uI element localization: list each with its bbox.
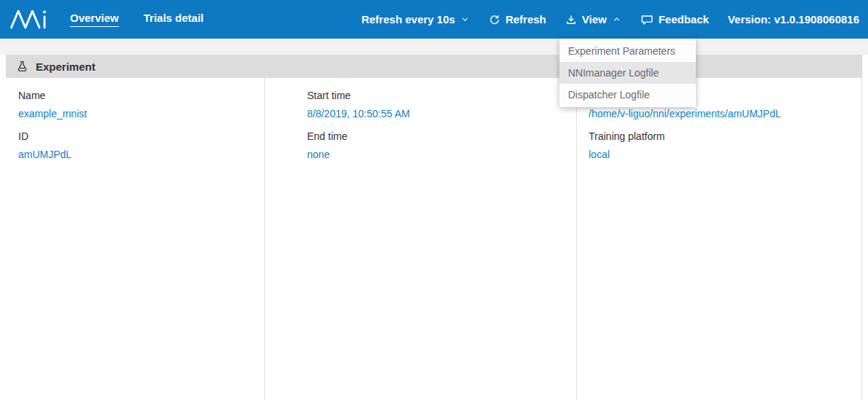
start-time-label: Start time — [307, 90, 576, 101]
training-platform-label: Training platform — [589, 130, 861, 142]
experiment-panel: Experiment Name example_mnist ID amUMJPd… — [6, 55, 862, 400]
feedback-button[interactable]: Feedback — [640, 0, 709, 39]
view-dropdown: Experiment Parameters NNImanager Logfile… — [559, 39, 696, 107]
experiment-column-3: /home/v-liguo/nni/experiments/amUMJPdL T… — [576, 78, 861, 400]
feedback-label: Feedback — [659, 13, 709, 26]
start-time-value: 8/8/2019, 10:50:55 AM — [307, 108, 576, 119]
refresh-button[interactable]: Refresh — [489, 0, 546, 39]
refresh-icon — [489, 14, 500, 26]
tab-overview[interactable]: Overview — [70, 12, 119, 27]
nav-right-cluster: Refresh every 10s Refresh View — [361, 0, 859, 39]
name-value: example_mnist — [18, 108, 264, 119]
experiment-fields: Name example_mnist ID amUMJPdL Start tim… — [6, 78, 862, 400]
experiment-column-1: Name example_mnist ID amUMJPdL — [6, 78, 264, 400]
nni-logo — [9, 7, 50, 32]
subnav-strip — [0, 39, 868, 55]
menu-item-experiment-parameters[interactable]: Experiment Parameters — [559, 40, 696, 62]
experiment-section-header: Experiment — [6, 55, 862, 78]
section-title: Experiment — [36, 60, 96, 73]
id-label: ID — [18, 130, 264, 142]
menu-item-nnimanager-logfile[interactable]: NNImanager Logfile — [559, 62, 696, 84]
end-time-label: End time — [307, 130, 576, 142]
refresh-label: Refresh — [505, 13, 546, 26]
nav-tabs: Overview Trials detail — [70, 12, 204, 27]
refresh-interval-dropdown[interactable]: Refresh every 10s — [361, 0, 469, 39]
menu-item-dispatcher-logfile[interactable]: Dispatcher Logfile — [559, 84, 696, 106]
chevron-down-icon — [460, 15, 470, 24]
refresh-interval-label: Refresh every 10s — [361, 13, 454, 26]
flask-icon — [16, 60, 28, 73]
log-directory-value: /home/v-liguo/nni/experiments/amUMJPdL — [589, 108, 861, 119]
experiment-column-2: Start time 8/8/2019, 10:50:55 AM End tim… — [264, 78, 576, 400]
training-platform-value: local — [589, 149, 861, 160]
download-icon — [565, 14, 577, 26]
version-label: Version: v1.0.1908060816 — [728, 0, 859, 39]
tab-trials-detail[interactable]: Trials detail — [144, 12, 204, 27]
top-nav: Overview Trials detail Refresh every 10s… — [0, 0, 868, 39]
view-menu-button[interactable]: View Experiment Parameters NNImanager Lo… — [565, 0, 621, 39]
nni-logo-icon — [9, 7, 50, 32]
end-time-value: none — [307, 149, 576, 160]
view-label: View — [582, 13, 607, 26]
name-label: Name — [18, 90, 264, 101]
id-value: amUMJPdL — [18, 149, 264, 160]
chevron-up-icon — [612, 15, 621, 24]
chat-icon — [640, 13, 654, 26]
